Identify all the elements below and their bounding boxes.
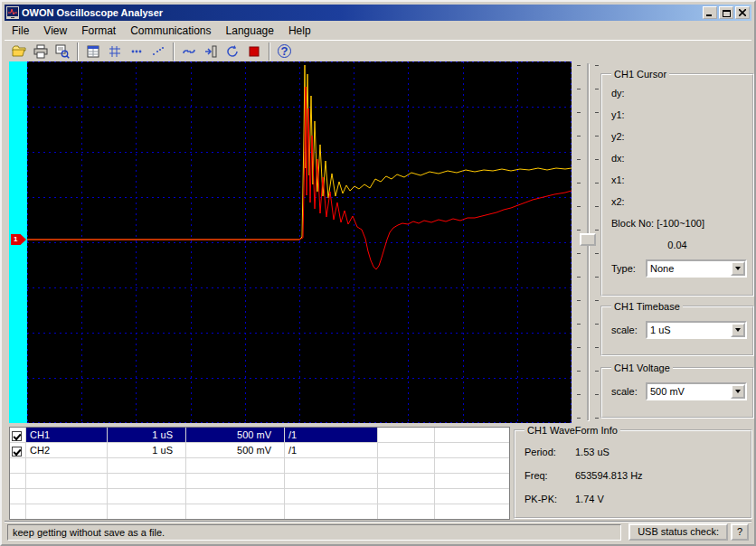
- vector-dots-icon: [151, 44, 165, 59]
- print-preview-button[interactable]: [52, 42, 72, 61]
- ch2-enable-checkbox[interactable]: [12, 447, 22, 457]
- ch1-voltage-cell: 500 mV: [186, 428, 285, 442]
- maximize-button[interactable]: [719, 6, 733, 19]
- data-table-button[interactable]: [82, 42, 103, 61]
- empty-cell: [435, 443, 509, 457]
- connect-icon: [182, 44, 196, 59]
- menu-format[interactable]: Format: [74, 23, 123, 39]
- dots-icon: [129, 44, 144, 59]
- scope-position-slider[interactable]: [577, 63, 599, 421]
- timebase-scale-value: 1 uS: [647, 325, 731, 335]
- slider-thumb[interactable]: [580, 233, 596, 246]
- toolbar-separator: [269, 42, 270, 61]
- open-folder-icon: [12, 44, 26, 59]
- menu-view[interactable]: View: [36, 23, 74, 39]
- status-help-button[interactable]: ?: [731, 523, 749, 541]
- timebase-scale-select[interactable]: 1 uS: [646, 321, 747, 339]
- cursor-y1-label: y1:: [611, 109, 747, 123]
- timebase-scale-label: scale:: [608, 325, 646, 335]
- title-bar[interactable]: OWON Oscilloscope Analyser: [5, 5, 751, 21]
- auto-refresh-button[interactable]: [222, 42, 242, 61]
- ch1-timebase-title: CH1 Timebase: [611, 301, 683, 312]
- print-button[interactable]: [30, 42, 51, 61]
- close-button[interactable]: [735, 6, 750, 19]
- ch1-name-cell: CH1: [26, 428, 108, 442]
- import-icon: [203, 44, 218, 59]
- pkpk-value: 1.74 V: [575, 494, 604, 504]
- window-title: OWON Oscilloscope Analyser: [22, 7, 701, 18]
- ch2-name-cell: CH2: [26, 443, 108, 457]
- connect-device-button[interactable]: [178, 42, 199, 61]
- app-window: OWON Oscilloscope Analyser File View For…: [0, 0, 756, 546]
- cursor-dy-label: dy:: [611, 88, 747, 101]
- ch1-probe-cell: /1: [285, 428, 378, 442]
- table-row-empty: [10, 504, 509, 520]
- app-icon: [6, 6, 19, 19]
- empty-cell: [435, 428, 509, 442]
- table-row-empty: [10, 474, 509, 489]
- period-value: 1.53 uS: [575, 447, 610, 457]
- printer-icon: [33, 44, 48, 59]
- cursor-type-label: Type:: [608, 263, 646, 274]
- help-button[interactable]: ?: [274, 42, 295, 61]
- get-data-button[interactable]: [200, 42, 221, 61]
- scope-display[interactable]: 1: [9, 61, 572, 423]
- empty-cell: [378, 443, 435, 457]
- channel-table: CH1 1 uS 500 mV /1 CH2 1 uS 500 mV /1: [9, 427, 510, 520]
- chevron-down-icon[interactable]: [731, 384, 745, 399]
- table-row-ch1[interactable]: CH1 1 uS 500 mV /1: [10, 428, 509, 443]
- ch1-cursor-title: CH1 Cursor: [611, 69, 669, 80]
- vector-display-button[interactable]: [147, 42, 168, 61]
- period-label: Period:: [524, 447, 575, 457]
- voltage-scale-value: 500 mV: [647, 386, 731, 397]
- dots-display-button[interactable]: [126, 42, 146, 61]
- cursor-x2-label: x2:: [611, 196, 747, 210]
- print-preview-icon: [55, 44, 70, 59]
- ch1-voltage-group: CH1 Voltage scale: 500 mV: [600, 362, 754, 419]
- freq-value: 653594.813 Hz: [575, 470, 643, 481]
- grid-icon: [108, 44, 122, 59]
- cursor-y2-label: y2:: [611, 131, 747, 145]
- block-no-value: 0.04: [608, 240, 747, 253]
- waveform-plot: [27, 61, 572, 423]
- ch2-timebase-cell: 1 uS: [108, 443, 186, 457]
- cursor-x1-label: x1:: [611, 174, 747, 188]
- status-message: keep getting without save as a file.: [7, 524, 621, 541]
- table-row-empty: [10, 458, 509, 474]
- minimize-icon: [706, 9, 713, 16]
- grid-display-button[interactable]: [104, 42, 125, 61]
- menu-file[interactable]: File: [5, 23, 36, 39]
- chevron-down-icon[interactable]: [731, 261, 745, 276]
- cursor-type-value: None: [647, 263, 731, 274]
- freq-label: Freq:: [524, 470, 575, 481]
- close-icon: [739, 9, 746, 16]
- ch1-voltage-title: CH1 Voltage: [611, 362, 673, 373]
- cursor-type-select[interactable]: None: [646, 259, 747, 278]
- menu-communications[interactable]: Communications: [123, 23, 218, 39]
- usb-status-check-button[interactable]: USB status check:: [628, 523, 728, 541]
- ch2-probe-cell: /1: [285, 443, 378, 457]
- stop-icon: [247, 44, 261, 59]
- menu-bar: File View Format Communications Language…: [5, 22, 751, 40]
- voltage-scale-label: scale:: [608, 386, 646, 397]
- refresh-icon: [225, 44, 240, 59]
- ch1-cursor-group: CH1 Cursor dy: y1: y2: dx: x1: x2: Block…: [600, 69, 754, 297]
- chevron-down-icon[interactable]: [731, 323, 745, 337]
- data-table-icon: [86, 44, 100, 59]
- maximize-icon: [723, 9, 731, 17]
- menu-help[interactable]: Help: [281, 23, 318, 39]
- ch2-voltage-cell: 500 mV: [186, 443, 285, 457]
- menu-language[interactable]: Language: [219, 23, 281, 39]
- ch1-enable-checkbox[interactable]: [12, 431, 22, 441]
- toolbar: ?: [5, 40, 751, 61]
- table-row-ch2[interactable]: CH2 1 uS 500 mV /1: [10, 443, 509, 458]
- stop-button[interactable]: [243, 42, 264, 61]
- open-file-button[interactable]: [8, 42, 29, 61]
- status-bar: keep getting without save as a file. USB…: [5, 521, 751, 541]
- toolbar-separator: [173, 42, 175, 61]
- pkpk-label: PK-PK:: [524, 494, 575, 504]
- help-icon: ?: [278, 44, 291, 58]
- minimize-button[interactable]: [703, 6, 717, 19]
- toolbar-separator: [77, 42, 79, 61]
- voltage-scale-select[interactable]: 500 mV: [646, 382, 747, 400]
